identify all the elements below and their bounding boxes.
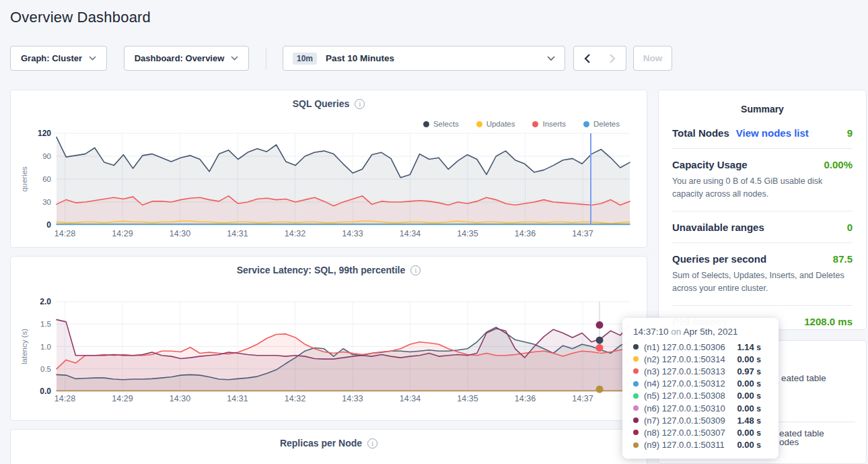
- svg-text:90: 90: [42, 152, 51, 160]
- svg-text:120: 120: [38, 129, 51, 138]
- tooltip-node-label: (n4) 127.0.0.1:50312: [644, 378, 737, 389]
- svg-text:2.0: 2.0: [40, 297, 51, 306]
- unavailable-ranges-value: 0: [847, 222, 853, 233]
- series-color-dot: [633, 393, 639, 399]
- tooltip-node-row: (n8) 127.0.0.1:503070.00 s: [633, 426, 769, 438]
- total-nodes-label: Total Nodes: [672, 127, 729, 139]
- dashboard-dropdown-label: Dashboard: Overview: [135, 53, 225, 63]
- svg-text:0: 0: [46, 220, 51, 230]
- chevron-down-icon: [547, 56, 555, 61]
- page-title: Overview Dashboard: [10, 9, 151, 26]
- svg-text:14:30: 14:30: [170, 229, 190, 238]
- svg-text:14:33: 14:33: [342, 394, 363, 403]
- p99-latency-value: 1208.0 ms: [804, 316, 853, 327]
- time-range-selector[interactable]: 10m Past 10 Minutes: [283, 46, 565, 71]
- tooltip-node-value: 0.00 s: [737, 354, 761, 364]
- now-button[interactable]: Now: [633, 46, 672, 71]
- qps-value: 87.5: [833, 253, 853, 265]
- qps-label: Queries per second: [672, 253, 766, 265]
- svg-text:14:32: 14:32: [285, 394, 305, 403]
- replicas-per-node-panel: Replicas per Node i: [10, 429, 647, 464]
- graph-dropdown-label: Graph: Cluster: [21, 53, 82, 63]
- svg-text:60: 60: [42, 175, 51, 183]
- tooltip-node-value: 0.00 s: [737, 391, 761, 401]
- service-latency-chart[interactable]: 14:2814:2914:3014:3114:3214:3314:3414:35…: [11, 257, 647, 421]
- info-icon[interactable]: i: [367, 438, 377, 449]
- graph-dropdown[interactable]: Graph: Cluster: [10, 46, 107, 71]
- total-nodes-value: 9: [847, 127, 853, 139]
- summary-row-total-nodes: Total Nodes View nodes list 9: [672, 117, 853, 149]
- tooltip-node-label: (n6) 127.0.0.1:50310: [644, 403, 737, 413]
- tooltip-node-value: 0.00 s: [737, 428, 761, 438]
- svg-text:14:29: 14:29: [112, 229, 133, 238]
- tooltip-node-label: (n9) 127.0.0.1:50311: [644, 440, 737, 450]
- tooltip-node-row: (n1) 127.0.0.1:503061.14 s: [633, 341, 769, 353]
- time-range-label: Past 10 Minutes: [326, 53, 394, 63]
- chart-hover-tooltip: 14:37:10 on Apr 5th, 2021 (n1) 127.0.0.1…: [622, 318, 779, 459]
- sql-queries-chart[interactable]: 14:2814:2914:3014:3114:3214:3314:3414:35…: [11, 90, 647, 248]
- svg-text:14:35: 14:35: [457, 229, 478, 238]
- chevron-down-icon: [231, 56, 238, 61]
- tooltip-node-value: 1.14 s: [737, 342, 761, 352]
- tooltip-node-row: (n9) 127.0.0.1:503110.00 s: [633, 439, 769, 451]
- svg-text:14:29: 14:29: [112, 394, 133, 403]
- svg-text:14:28: 14:28: [55, 394, 75, 403]
- chevron-left-icon: [584, 54, 590, 63]
- svg-text:0.0: 0.0: [40, 387, 51, 396]
- capacity-usage-label: Capacity Usage: [672, 159, 748, 170]
- svg-text:14:28: 14:28: [55, 229, 75, 238]
- event-item-fragment: eated table: [781, 373, 826, 383]
- unavailable-ranges-label: Unavailable ranges: [672, 222, 764, 233]
- svg-text:latency (s): latency (s): [20, 329, 28, 364]
- svg-text:0.5: 0.5: [40, 365, 51, 373]
- tooltip-node-label: (n2) 127.0.0.1:50314: [644, 354, 737, 364]
- series-color-dot: [633, 368, 639, 374]
- summary-row-qps: Queries per second 87.5 Sum of Selects, …: [672, 243, 853, 306]
- svg-text:14:34: 14:34: [400, 229, 421, 238]
- qps-desc: Sum of Selects, Updates, Inserts, and De…: [672, 269, 853, 296]
- toolbar-divider: [266, 47, 266, 69]
- svg-text:30: 30: [42, 198, 51, 206]
- tooltip-node-label: (n3) 127.0.0.1:50313: [644, 366, 737, 376]
- series-color-dot: [633, 430, 639, 435]
- svg-text:14:33: 14:33: [342, 229, 363, 238]
- time-prev-button[interactable]: [573, 46, 600, 71]
- svg-text:14:37: 14:37: [572, 394, 593, 403]
- series-color-dot: [633, 356, 639, 362]
- tooltip-node-value: 1.48 s: [737, 416, 761, 426]
- svg-text:14:32: 14:32: [285, 229, 305, 238]
- tooltip-node-row: (n7) 127.0.0.1:503091.48 s: [633, 414, 769, 426]
- tooltip-node-label: (n7) 127.0.0.1:50309: [644, 416, 737, 426]
- svg-text:14:31: 14:31: [227, 394, 248, 403]
- svg-text:14:31: 14:31: [227, 229, 248, 238]
- replicas-per-node-title: Replicas per Node: [280, 438, 362, 449]
- events-divider: [779, 422, 855, 422]
- summary-row-unavailable-ranges: Unavailable ranges 0: [672, 211, 853, 243]
- svg-text:1.5: 1.5: [40, 320, 51, 328]
- service-latency-panel: Service Latency: SQL, 99th percentile i …: [10, 256, 647, 421]
- tooltip-node-value: 0.97 s: [737, 366, 761, 376]
- svg-text:14:36: 14:36: [515, 394, 536, 403]
- summary-title: Summary: [659, 90, 866, 114]
- svg-text:14:36: 14:36: [515, 229, 536, 238]
- tooltip-node-row: (n2) 127.0.0.1:503140.00 s: [633, 353, 769, 365]
- svg-text:14:35: 14:35: [457, 394, 478, 403]
- tooltip-node-value: 0.00 s: [737, 403, 761, 413]
- series-color-dot: [633, 405, 639, 411]
- tooltip-node-label: (n5) 127.0.0.1:50308: [644, 391, 737, 401]
- chevron-down-icon: [89, 56, 96, 61]
- dashboard-dropdown[interactable]: Dashboard: Overview: [124, 46, 249, 71]
- svg-text:14:30: 14:30: [170, 394, 190, 403]
- time-range-badge: 10m: [293, 53, 317, 65]
- tooltip-node-value: 0.00 s: [737, 440, 761, 450]
- tooltip-node-row: (n5) 127.0.0.1:503080.00 s: [633, 390, 769, 402]
- view-nodes-list-link[interactable]: View nodes list: [736, 127, 809, 139]
- tooltip-node-row: (n6) 127.0.0.1:503100.00 s: [633, 402, 769, 414]
- tooltip-node-label: (n1) 127.0.0.1:50306: [644, 342, 737, 352]
- series-color-dot: [633, 442, 639, 448]
- time-next-button[interactable]: [600, 46, 626, 71]
- chevron-right-icon: [610, 54, 616, 63]
- tooltip-node-row: (n4) 127.0.0.1:503120.00 s: [633, 378, 769, 390]
- svg-text:14:34: 14:34: [400, 394, 421, 403]
- svg-text:14:37: 14:37: [572, 229, 593, 238]
